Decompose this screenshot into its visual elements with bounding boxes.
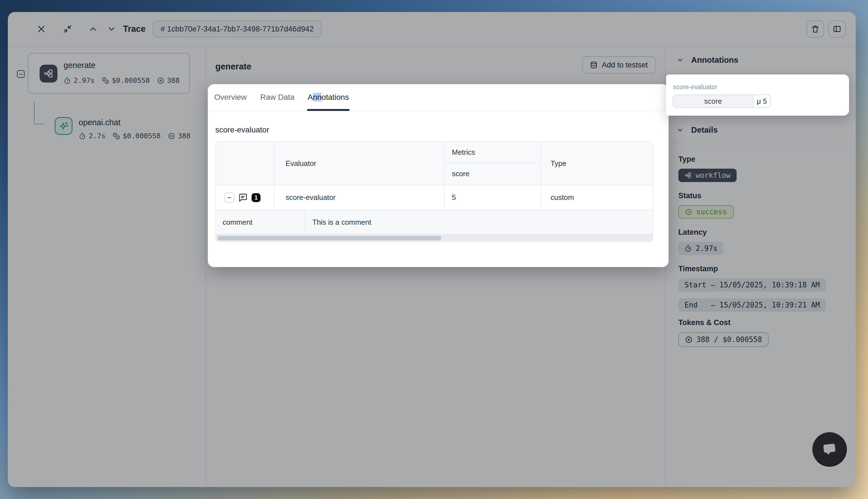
comment-icon[interactable] bbox=[238, 193, 248, 203]
span-detail-dialog: Overview Raw Data Annotations score-eval… bbox=[208, 84, 668, 267]
horizontal-scrollbar[interactable] bbox=[216, 234, 653, 241]
close-icon bbox=[37, 24, 46, 34]
chevron-down-icon bbox=[676, 56, 684, 64]
collapse-row-toggle[interactable] bbox=[224, 193, 234, 203]
add-to-testset-button[interactable]: Add to testset bbox=[582, 56, 656, 74]
close-button[interactable] bbox=[35, 23, 48, 35]
span-tokens: 388 bbox=[167, 76, 180, 84]
row-controls: 1 bbox=[216, 185, 275, 210]
comment-count-badge: 1 bbox=[252, 193, 261, 202]
metric-chip[interactable]: score μ 5 bbox=[673, 95, 771, 108]
tree-collapse-toggle[interactable] bbox=[17, 70, 25, 78]
annotations-section-title: Annotations bbox=[691, 56, 738, 65]
type-label: Type bbox=[678, 155, 847, 163]
header-actions bbox=[807, 20, 846, 38]
scrollbar-thumb[interactable] bbox=[218, 236, 441, 240]
collapse-button[interactable] bbox=[61, 23, 74, 35]
cell-type: custom bbox=[541, 185, 653, 210]
tokens-cost-badge: 388 / $0.000558 bbox=[678, 332, 769, 347]
sparkles-icon[interactable] bbox=[55, 117, 73, 135]
tab-annotations[interactable]: Annotations bbox=[308, 93, 349, 102]
tokens-cost-label: Tokens & Cost bbox=[678, 318, 847, 327]
chat-fab-button[interactable] bbox=[812, 432, 847, 467]
annotations-section-header[interactable]: Annotations bbox=[665, 47, 856, 74]
coins-icon bbox=[113, 132, 120, 140]
timer-icon bbox=[79, 132, 86, 140]
evaluator-heading: score-evaluator bbox=[215, 126, 269, 134]
header-cell-evaluator: Evaluator bbox=[275, 142, 445, 185]
table-header: Evaluator Metrics score Type bbox=[216, 142, 653, 185]
status-label: Status bbox=[678, 192, 847, 200]
database-icon bbox=[590, 61, 598, 69]
metrics-group-label: Metrics bbox=[445, 142, 541, 163]
span-name[interactable]: openai.chat bbox=[79, 118, 120, 127]
details-section-header[interactable]: Details bbox=[665, 116, 856, 144]
details-content: Type workflow Status success Latency 2.9… bbox=[665, 144, 856, 347]
header-cell-type: Type bbox=[541, 142, 653, 185]
page-title: Trace bbox=[123, 24, 146, 34]
header-cell-empty bbox=[216, 142, 275, 185]
tree-connector bbox=[34, 124, 45, 124]
active-tab-indicator bbox=[307, 109, 349, 111]
latency-value: 2.97s bbox=[696, 244, 718, 253]
span-name: generate bbox=[64, 61, 96, 70]
coins-icon bbox=[102, 77, 109, 84]
plus-circle-icon bbox=[157, 77, 164, 84]
tab-annotations-text: A bbox=[308, 93, 313, 101]
header-cell-metrics: Metrics score bbox=[445, 142, 541, 185]
delete-trace-button[interactable] bbox=[807, 20, 824, 38]
annotation-summary-card: score-evaluator score μ 5 bbox=[666, 74, 849, 116]
cell-evaluator: score-evaluator bbox=[275, 185, 445, 210]
status-badge: success bbox=[678, 205, 734, 219]
trash-icon bbox=[811, 25, 820, 34]
chevron-down-icon bbox=[676, 126, 684, 134]
annotations-table: Evaluator Metrics score Type 1 score-eva… bbox=[215, 141, 653, 242]
details-section-title: Details bbox=[691, 125, 718, 135]
tab-annotations-text: otations bbox=[322, 93, 349, 101]
timer-icon bbox=[64, 77, 71, 84]
tree-connector bbox=[34, 101, 35, 124]
minus-icon bbox=[19, 72, 23, 77]
prev-span-button[interactable] bbox=[87, 23, 99, 35]
metric-aggregate: μ 5 bbox=[754, 95, 771, 108]
add-to-testset-label: Add to testset bbox=[602, 61, 648, 70]
comment-key: comment bbox=[216, 210, 305, 234]
comment-row: comment This is a comment bbox=[216, 210, 653, 234]
tab-overview[interactable]: Overview bbox=[214, 93, 247, 102]
span-stats: 2.7s $0.000558 388 bbox=[79, 132, 191, 140]
chevron-up-icon bbox=[88, 24, 98, 34]
span-cost: $0.000558 bbox=[123, 132, 160, 140]
panel-layout-icon bbox=[833, 25, 842, 34]
status-value: success bbox=[696, 208, 727, 216]
plus-circle-icon bbox=[685, 336, 692, 343]
toggle-panel-button[interactable] bbox=[828, 20, 846, 38]
plus-circle-icon bbox=[168, 132, 175, 140]
tab-bar: Overview Raw Data Annotations bbox=[208, 84, 668, 111]
next-span-button[interactable] bbox=[105, 23, 118, 35]
chevron-down-icon bbox=[107, 24, 116, 34]
workflow-icon bbox=[685, 172, 692, 179]
workflow-icon bbox=[40, 65, 58, 83]
timestamp-end-badge: End – 15/05/2025, 10:39:21 AM bbox=[678, 298, 826, 312]
type-value: workflow bbox=[696, 171, 731, 180]
span-card-generate[interactable]: generate 2.97s $0.000558 388 bbox=[28, 53, 190, 94]
timestamp-start-badge: Start – 15/05/2025, 10:39:18 AM bbox=[678, 278, 826, 292]
trace-id-badge: # 1cbb70e7-34a1-7bb7-3498-771b7d46d942 bbox=[153, 21, 322, 37]
latency-badge: 2.97s bbox=[678, 242, 724, 255]
timestamp-label: Timestamp bbox=[678, 265, 847, 273]
timer-icon bbox=[685, 245, 692, 252]
check-circle-icon bbox=[685, 208, 692, 216]
annotation-evaluator-label: score-evaluator bbox=[673, 83, 718, 91]
type-badge: workflow bbox=[678, 169, 737, 182]
span-tokens: 388 bbox=[178, 132, 191, 140]
tab-annotations-selected-text: nn bbox=[313, 93, 322, 101]
span-stats: 2.97s $0.000558 388 bbox=[64, 76, 180, 84]
chat-bubble-icon bbox=[820, 440, 839, 459]
drawer-header: Trace # 1cbb70e7-34a1-7bb7-3498-771b7d46… bbox=[8, 12, 856, 47]
metric-name: score bbox=[673, 95, 754, 108]
tab-raw-data[interactable]: Raw Data bbox=[260, 93, 294, 102]
tokens-cost-value: 388 / $0.000558 bbox=[697, 336, 762, 344]
span-latency: 2.97s bbox=[74, 76, 95, 84]
latency-label: Latency bbox=[678, 228, 847, 237]
minimize-icon bbox=[63, 24, 72, 34]
